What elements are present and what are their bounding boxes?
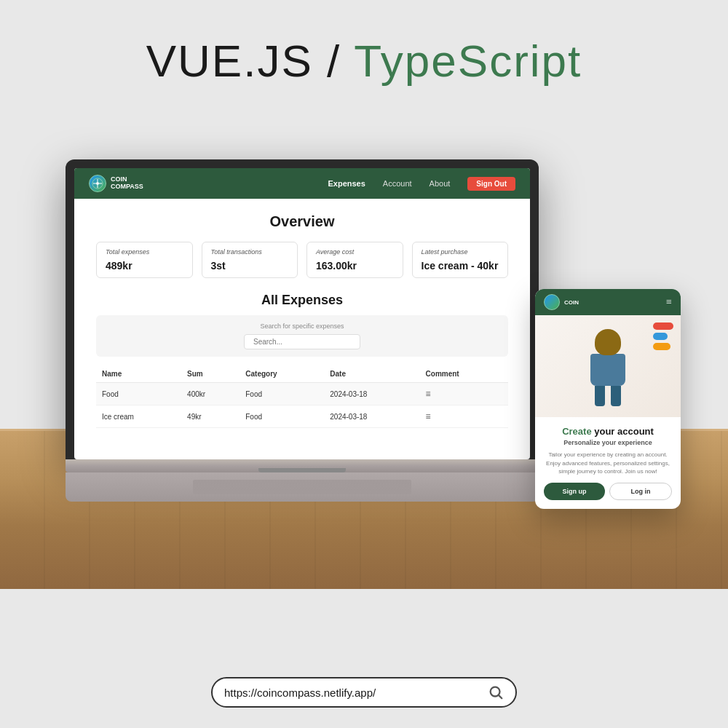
search-hint: Search for specific expenses — [103, 323, 501, 330]
pill-orange — [653, 343, 670, 350]
laptop-screen-outer: COIN COMPASS Expenses Account About Sign… — [66, 159, 539, 459]
description-text: Tailor your experience by creating an ac… — [544, 451, 672, 475]
stat-value-1: 3st — [211, 260, 289, 272]
pill-blue — [653, 333, 668, 340]
row1-sum: 49kr — [181, 405, 240, 428]
col-category: Category — [240, 365, 324, 383]
mobile-logo-text: COIN — [564, 299, 579, 306]
table-header-row: Name Sum Category Date Comment — [96, 365, 508, 383]
row0-comment[interactable]: ≡ — [420, 383, 508, 405]
create-account-title: Create your account — [544, 426, 672, 437]
app-content: Overview Total expenses 489kr Total tran… — [74, 199, 530, 443]
char-head — [595, 329, 621, 355]
logo-text: COIN COMPASS — [111, 176, 143, 191]
nav-about[interactable]: About — [430, 179, 451, 188]
col-date: Date — [324, 365, 419, 383]
mobile-buttons: Sign up Log in — [544, 483, 672, 500]
row0-date: 2024-03-18 — [324, 383, 419, 405]
create-green-text: Create — [562, 426, 591, 437]
expenses-table: Name Sum Category Date Comment Food 400k… — [96, 365, 508, 428]
floating-pills — [653, 323, 673, 350]
laptop-keyboard — [66, 472, 539, 502]
row1-name: Ice cream — [96, 405, 181, 428]
page-title: VUE.JS / TypeScript — [146, 36, 582, 86]
url-bar[interactable]: https://coincompass.netlify.app/ — [211, 677, 517, 708]
url-bar-container: https://coincompass.netlify.app/ — [211, 677, 517, 708]
stats-row: Total expenses 489kr Total transactions … — [96, 242, 508, 278]
char-legs — [575, 386, 641, 406]
app-navbar: COIN COMPASS Expenses Account About Sign… — [74, 168, 530, 199]
nav-account[interactable]: Account — [383, 179, 412, 188]
title-area: VUE.JS / TypeScript — [0, 0, 728, 108]
character-figure — [575, 326, 641, 406]
laptop-base — [66, 459, 539, 472]
url-text: https://coincompass.netlify.app/ — [224, 687, 480, 699]
stat-label-3: Latest purchase — [422, 248, 499, 256]
stat-label-0: Total expenses — [106, 248, 183, 256]
search-area: Search for specific expenses — [96, 315, 508, 357]
row1-comment[interactable]: ≡ — [420, 405, 508, 428]
col-sum: Sum — [181, 365, 240, 383]
row1-category: Food — [240, 405, 324, 428]
stat-value-3: Ice cream - 40kr — [422, 260, 499, 272]
login-button[interactable]: Log in — [609, 483, 672, 500]
stat-value-2: 163.00kr — [316, 260, 394, 272]
signup-button[interactable]: Sign up — [544, 483, 605, 500]
stat-total-expenses: Total expenses 489kr — [96, 242, 193, 278]
mobile-card: COIN ≡ Create your account — [535, 289, 681, 509]
stat-average: Average cost 163.00kr — [306, 242, 403, 278]
search-icon — [488, 684, 504, 700]
svg-line-5 — [499, 695, 502, 698]
laptop: COIN COMPASS Expenses Account About Sign… — [66, 159, 539, 502]
nav-expenses[interactable]: Expenses — [328, 179, 365, 188]
expenses-title: All Expenses — [96, 293, 508, 308]
mobile-hamburger-icon[interactable]: ≡ — [666, 296, 672, 308]
create-rest-text: your account — [592, 426, 654, 437]
mobile-logo-icon — [544, 294, 560, 310]
app-logo: COIN COMPASS — [89, 175, 143, 192]
keyboard-detail — [193, 480, 411, 494]
svg-point-3 — [96, 182, 99, 185]
table-row: Ice cream 49kr Food 2024-03-18 ≡ — [96, 405, 508, 428]
personalize-text: Personalize your experience — [544, 439, 672, 446]
title-vuejs: VUE.JS / — [146, 36, 355, 86]
stat-value-0: 489kr — [106, 260, 183, 272]
table-row: Food 400kr Food 2024-03-18 ≡ — [96, 383, 508, 405]
signout-button[interactable]: Sign Out — [467, 177, 515, 191]
scene: COIN COMPASS Expenses Account About Sign… — [0, 108, 728, 633]
search-input[interactable] — [244, 334, 360, 349]
stat-transactions: Total transactions 3st — [202, 242, 298, 278]
mobile-content: Create your account Personalize your exp… — [535, 417, 681, 509]
hamburger-icon: ≡ — [426, 411, 431, 422]
mobile-hero — [535, 315, 681, 417]
stat-label-2: Average cost — [316, 248, 394, 256]
col-name: Name — [96, 365, 181, 383]
char-leg-left — [595, 386, 605, 406]
row0-sum: 400kr — [181, 383, 240, 405]
title-typescript: TypeScript — [354, 36, 582, 86]
laptop-screen: COIN COMPASS Expenses Account About Sign… — [74, 168, 530, 459]
row0-category: Food — [240, 383, 324, 405]
col-comment: Comment — [420, 365, 508, 383]
overview-title: Overview — [96, 213, 508, 230]
logo-compass-icon — [89, 175, 106, 192]
row1-date: 2024-03-18 — [324, 405, 419, 428]
pill-red — [653, 323, 673, 330]
char-leg-right — [611, 386, 621, 406]
row0-name: Food — [96, 383, 181, 405]
hamburger-icon: ≡ — [426, 389, 431, 399]
mobile-navbar: COIN ≡ — [535, 289, 681, 315]
stat-label-1: Total transactions — [211, 248, 289, 256]
stat-latest: Latest purchase Ice cream - 40kr — [412, 242, 509, 278]
nav-links: Expenses Account About Sign Out — [328, 177, 515, 191]
char-body — [590, 354, 625, 386]
